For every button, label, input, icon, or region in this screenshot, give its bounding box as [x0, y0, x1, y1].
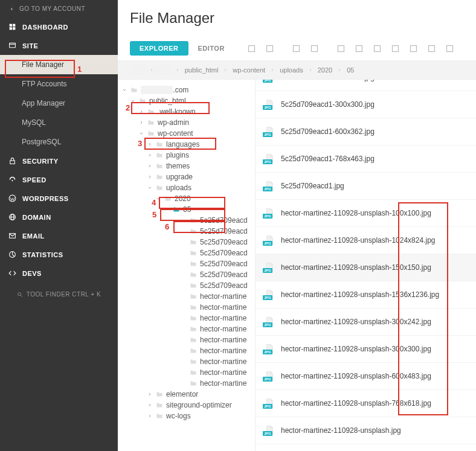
nav-item-file-manager[interactable]: File Manager: [0, 55, 118, 74]
archive-icon[interactable]: [405, 40, 423, 57]
file-row[interactable]: JPG5c25d709eacd1-600x362.jpg: [256, 118, 476, 146]
rename-icon[interactable]: [350, 40, 368, 57]
go-to-account-link[interactable]: GO TO MY ACCOUNT: [0, 0, 118, 18]
file-row[interactable]: JPG5c25d709eacd1-300x181.jpg: [256, 80, 476, 91]
nav-item-postgresql[interactable]: PostgreSQL: [0, 132, 118, 152]
tree-item[interactable]: 5c25d709eacd: [118, 258, 255, 269]
breadcrumb-segment[interactable]: public_html: [181, 65, 222, 75]
nav-group-domain[interactable]: DOMAIN: [0, 208, 118, 226]
chevron-down-icon[interactable]: [121, 87, 127, 93]
chevron-down-icon[interactable]: [138, 130, 144, 136]
chevron-right-icon[interactable]: [147, 152, 153, 158]
tree-item[interactable]: hector-martine: [118, 334, 255, 345]
nav-item-mysql[interactable]: MySQL: [0, 113, 118, 132]
folder-icon: [189, 238, 198, 246]
nav-item-ftp-accounts[interactable]: FTP Accounts: [0, 74, 118, 94]
chevron-down-icon[interactable]: [147, 185, 153, 191]
new-file-icon[interactable]: [243, 40, 261, 57]
tree-item[interactable]: uploads: [118, 182, 255, 193]
folder-icon: [155, 401, 164, 409]
move-icon[interactable]: [423, 40, 441, 57]
chevron-down-icon[interactable]: [164, 206, 170, 213]
tree-item[interactable]: 5c25d709eacd: [118, 269, 255, 280]
tree-item[interactable]: .well-known: [118, 106, 255, 117]
chevron-right-icon[interactable]: [138, 109, 144, 115]
tree-item[interactable]: hector-martine: [118, 367, 255, 378]
file-row[interactable]: JPG5c25d709eacd1-300x300.jpg: [256, 91, 476, 118]
tree-item[interactable]: 2020: [118, 193, 255, 204]
file-row[interactable]: JPGhector-martinez-110928-unsplash-300x3…: [256, 336, 476, 363]
download-icon[interactable]: [441, 40, 459, 57]
chevron-right-icon[interactable]: [147, 402, 153, 408]
tree-item[interactable]: 5c25d709eacd: [118, 226, 255, 237]
tree-item[interactable]: wp-content: [118, 128, 255, 139]
tree-item[interactable]: public_html: [118, 95, 255, 106]
folder-icon: [189, 271, 198, 278]
upload-folder-icon[interactable]: [306, 40, 324, 57]
nav-group-security[interactable]: SECURITY: [0, 152, 118, 170]
chevron-down-icon[interactable]: [130, 98, 136, 104]
nav-item-app-manager[interactable]: App Manager: [0, 94, 118, 113]
breadcrumb-segment[interactable]: 2020: [314, 65, 336, 75]
file-row[interactable]: JPG5c25d709eacd1.jpg: [256, 173, 476, 200]
chevron-right-icon[interactable]: [147, 174, 153, 180]
file-row[interactable]: JPGhector-martinez-110928-unsplash-768x6…: [256, 390, 476, 417]
tab-explorer[interactable]: EXPLORER: [130, 41, 188, 56]
file-row[interactable]: JPG5c25d709eacd1-768x463.jpg: [256, 146, 476, 173]
tree-item[interactable]: siteground-optimizer: [118, 400, 255, 411]
nav-group-wordpress[interactable]: WORDPRESS: [0, 189, 118, 208]
chevron-right-icon[interactable]: [138, 120, 144, 126]
copy-icon[interactable]: [368, 40, 387, 57]
jpg-file-icon: JPG: [264, 316, 275, 328]
tree-item[interactable]: wc-logs: [118, 411, 255, 421]
chevron-down-icon[interactable]: [155, 196, 161, 202]
nav-group-speed[interactable]: SPEED: [0, 170, 118, 189]
tree-item[interactable]: hector-martine: [118, 378, 255, 389]
breadcrumb-segment[interactable]: wp-content: [229, 65, 269, 75]
file-row[interactable]: JPGhector-martinez-110928-unsplash-300x2…: [256, 309, 476, 336]
breadcrumb-segment[interactable]: [130, 65, 148, 75]
nav-group-email[interactable]: EMAIL: [0, 226, 118, 245]
new-folder-icon[interactable]: [261, 40, 279, 57]
tree-item[interactable]: 5c25d709eacd: [118, 237, 255, 248]
breadcrumb-segment[interactable]: uploads: [276, 65, 307, 75]
jpg-file-icon: JPG: [264, 80, 275, 83]
tree-item[interactable]: hector-martine: [118, 313, 255, 324]
file-row[interactable]: JPGhector-martinez-110928-unsplash-150x1…: [256, 254, 476, 281]
tree-item[interactable]: 5c25d709eacd: [118, 215, 255, 226]
tree-item[interactable]: elementor: [118, 389, 255, 400]
tree-item[interactable]: hector-martine: [118, 324, 255, 334]
tab-editor[interactable]: EDITOR: [188, 41, 234, 56]
tree-item[interactable]: 5c25d709eacd: [118, 248, 255, 258]
breadcrumb-segment[interactable]: 05: [343, 65, 358, 75]
edit-icon[interactable]: [332, 40, 350, 57]
tree-item[interactable]: 05: [118, 204, 255, 215]
chevron-right-icon[interactable]: [147, 163, 153, 169]
breadcrumb-segment[interactable]: [155, 65, 173, 75]
file-row[interactable]: JPGhector-martinez-110928-unsplash-600x4…: [256, 363, 476, 390]
tree-item[interactable]: wp-admin: [118, 117, 255, 128]
file-row[interactable]: JPGhector-martinez-110928-unsplash.jpg: [256, 417, 476, 444]
tree-item[interactable]: hector-martine: [118, 345, 255, 356]
chevron-right-icon[interactable]: [147, 413, 153, 419]
tree-item[interactable]: hector-martine: [118, 356, 255, 367]
nav-group-statistics[interactable]: STATISTICS: [0, 245, 118, 264]
file-row[interactable]: JPGhector-martinez-110928-unsplash-1536x…: [256, 281, 476, 309]
file-row[interactable]: JPGhector-martinez-110928-unsplash-100x1…: [256, 200, 476, 227]
nav-group-site[interactable]: SITE: [0, 36, 118, 55]
nav-group-devs[interactable]: DEVS: [0, 264, 118, 283]
tree-item[interactable]: hector-martine: [118, 291, 255, 302]
chevron-right-icon[interactable]: [147, 141, 153, 147]
tree-item[interactable]: plugins: [118, 150, 255, 161]
delete-icon[interactable]: [387, 40, 405, 57]
nav-group-dashboard[interactable]: DASHBOARD: [0, 18, 118, 36]
tree-item[interactable]: upgrade: [118, 171, 255, 182]
upload-file-icon[interactable]: [288, 40, 306, 57]
file-row[interactable]: JPGhector-martinez-110928-unsplash-1024x…: [256, 227, 476, 254]
tree-item[interactable]: .com: [118, 85, 255, 95]
tree-item[interactable]: themes: [118, 161, 255, 171]
tool-finder[interactable]: TOOL FINDER CTRL + K: [0, 283, 118, 306]
chevron-right-icon[interactable]: [147, 391, 153, 397]
tree-item[interactable]: 5c25d709eacd: [118, 280, 255, 291]
tree-item[interactable]: hector-martine: [118, 302, 255, 313]
